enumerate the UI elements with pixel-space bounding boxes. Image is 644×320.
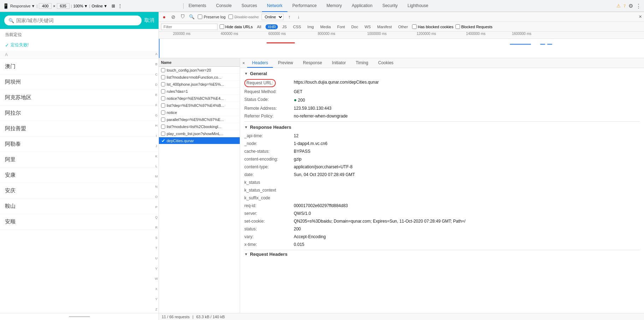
tab-elements[interactable]: Elements — [184, 0, 211, 12]
tab-memory[interactable]: Memory — [322, 0, 347, 12]
city-item-alashanmeng[interactable]: 阿拉善盟 — [0, 121, 159, 137]
filter-button[interactable]: ⛉ — [179, 14, 186, 20]
filter-manifest-button[interactable]: Manifest — [375, 24, 394, 29]
city-item-aletai[interactable]: 阿勒泰 — [0, 137, 159, 152]
search-toolbar-button[interactable]: 🔍 — [189, 14, 195, 20]
alpha-letter-t[interactable]: T — [155, 246, 157, 250]
alpha-letter-u[interactable]: U — [155, 256, 158, 260]
file-checkbox-8[interactable] — [161, 125, 165, 129]
download-button[interactable]: ↓ — [296, 14, 302, 20]
file-item-10[interactable]: depCities.qunar — [159, 137, 240, 144]
alpha-letter-m[interactable]: M — [155, 175, 158, 179]
file-item-9[interactable]: play_comb_list.json?showMinL... — [159, 130, 240, 137]
detail-tab-preview[interactable]: Preview — [273, 58, 298, 68]
tab-console[interactable]: Console — [211, 0, 237, 12]
location-fail-row[interactable]: ✓ 定位失败! — [0, 41, 159, 51]
filter-input[interactable] — [161, 24, 217, 30]
file-item-3[interactable]: rules?das=1 — [159, 88, 240, 95]
city-item-akesudiqu[interactable]: 阿克苏地区 — [0, 90, 159, 105]
record-button[interactable]: ● — [161, 14, 167, 20]
settings-icon[interactable]: ⚙ — [628, 3, 633, 9]
throttle-select[interactable]: Online — [262, 14, 284, 20]
alpha-letter-n[interactable]: N — [155, 185, 158, 189]
file-item-5[interactable]: list?dep=%E5%8C%97%E4%B... — [159, 102, 240, 109]
hide-data-urls-label[interactable]: Hide data URLs — [220, 24, 253, 29]
alpha-letter-z[interactable]: Z — [155, 308, 157, 312]
city-item-anshun[interactable]: 安顺 — [0, 214, 159, 230]
filter-xhr-button[interactable]: XHR — [266, 24, 278, 29]
alpha-letter-s[interactable]: S — [155, 236, 157, 240]
file-item-6[interactable]: notice — [159, 109, 240, 116]
alpha-letter-g[interactable]: G — [155, 114, 157, 117]
detail-tab-headers[interactable]: Headers — [247, 58, 273, 68]
response-headers-section-header[interactable]: ▼ Response Headers — [244, 125, 640, 130]
device-selector[interactable]: Responsive ▼ — [10, 4, 35, 8]
filter-ws-button[interactable]: WS — [362, 24, 373, 29]
file-item-0[interactable]: touch_config.json?ver=20 — [159, 67, 240, 74]
filter-img-button[interactable]: Img — [305, 24, 316, 29]
alpha-letter-h[interactable]: H — [155, 124, 158, 128]
filter-css-button[interactable]: CSS — [291, 24, 303, 29]
blocked-requests-checkbox[interactable] — [455, 24, 460, 29]
city-item-anshan[interactable]: 鞍山 — [0, 199, 159, 214]
alpha-letter-p[interactable]: P — [155, 205, 157, 209]
file-checkbox-3[interactable] — [161, 89, 165, 93]
device-toggle-icon[interactable]: 📱 — [3, 3, 9, 9]
tab-performance[interactable]: Performance — [287, 0, 322, 12]
zoom-selector[interactable]: 100% ▼ — [73, 4, 88, 8]
file-checkbox-0[interactable] — [161, 68, 165, 72]
city-item-aomen[interactable]: 澳门 — [0, 59, 159, 74]
tab-security[interactable]: Security — [377, 0, 402, 12]
alpha-letter-l[interactable]: L — [155, 164, 157, 168]
file-item-7[interactable]: parallel?dep=%E5%8C%97%E... — [159, 116, 240, 123]
file-checkbox-2[interactable] — [161, 82, 165, 86]
alpha-letter-w[interactable]: W — [155, 277, 158, 281]
city-item-anqing[interactable]: 安庆 — [0, 183, 159, 199]
city-item-ankang[interactable]: 安康 — [0, 168, 159, 183]
alpha-letter-e[interactable]: E — [155, 93, 157, 97]
filter-media-button[interactable]: Media — [318, 24, 333, 29]
alpha-letter-r[interactable]: R — [155, 226, 158, 230]
warning-icon[interactable]: ⚠ — [616, 3, 621, 8]
city-item-abazhou[interactable]: 阿坝州 — [0, 74, 159, 90]
search-input-wrap[interactable]: 🔍 — [4, 16, 142, 25]
disable-cache-checkbox[interactable] — [228, 14, 233, 19]
disable-cache-checkbox-label[interactable]: Disable cache — [228, 14, 259, 19]
alpha-letter-x[interactable]: X — [155, 287, 157, 291]
alpha-letter-c[interactable]: C — [155, 73, 158, 77]
file-checkbox-4[interactable] — [161, 96, 165, 101]
detail-close-button[interactable]: × — [240, 58, 247, 68]
file-item-8[interactable]: list?modules=list%2Cbookingl... — [159, 123, 240, 130]
tab-network[interactable]: Network — [262, 0, 287, 12]
detail-tab-initiator[interactable]: Initiator — [327, 58, 351, 68]
filter-font-button[interactable]: Font — [335, 24, 347, 29]
alpha-letter-d[interactable]: D — [155, 83, 158, 87]
city-item-alaer[interactable]: 阿拉尔 — [0, 105, 159, 121]
tab-sources[interactable]: Sources — [237, 0, 262, 12]
cancel-button[interactable]: 取消 — [144, 17, 154, 24]
tab-application[interactable]: Application — [347, 0, 377, 12]
has-blocked-cookies-checkbox[interactable] — [412, 24, 417, 29]
alpha-letter-b[interactable]: B — [155, 62, 157, 66]
alpha-letter-k[interactable]: K — [155, 155, 157, 158]
alpha-letter-i[interactable]: I — [156, 134, 157, 138]
general-section-header[interactable]: ▼ General — [244, 71, 640, 76]
request-headers-section-header[interactable]: ▼ Request Headers — [244, 252, 640, 257]
detail-tab-cookies[interactable]: Cookies — [373, 58, 398, 68]
file-item-1[interactable]: list?modules=mobFunction,co... — [159, 74, 240, 81]
file-checkbox-6[interactable] — [161, 110, 165, 115]
alpha-letter-a[interactable]: A — [155, 52, 157, 56]
file-checkbox-10[interactable] — [161, 139, 165, 143]
alpha-letter-o[interactable]: O — [155, 195, 157, 199]
more-options-icon[interactable]: ⋮ — [118, 4, 122, 8]
width-input-display[interactable]: 400 — [39, 3, 52, 9]
height-input-display[interactable]: 635 — [57, 3, 70, 9]
alpha-letter-f[interactable]: F — [155, 103, 157, 107]
alpha-letter-q[interactable]: Q — [155, 216, 157, 219]
filter-js-button[interactable]: JS — [280, 24, 289, 29]
detail-tab-timing[interactable]: Timing — [351, 58, 373, 68]
filter-other-button[interactable]: Other — [396, 24, 410, 29]
search-input[interactable] — [16, 18, 137, 23]
file-item-4[interactable]: notice?dep=%E5%8C%97%E4... — [159, 95, 240, 102]
file-checkbox-7[interactable] — [161, 117, 165, 122]
